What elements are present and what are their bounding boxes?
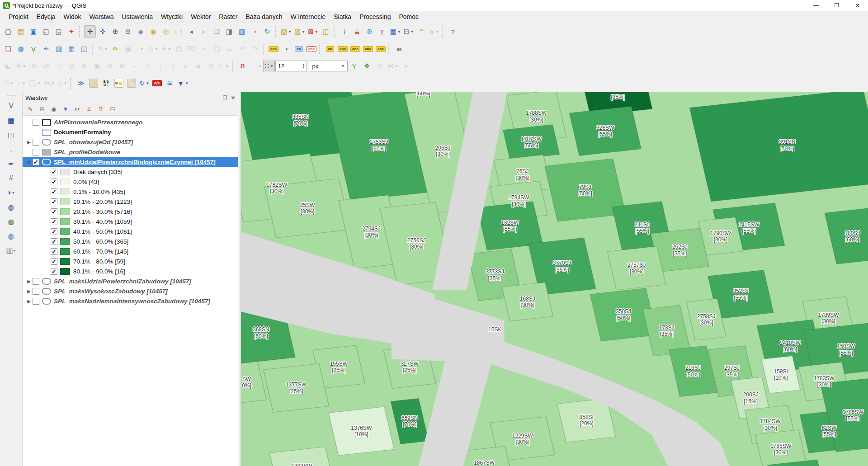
select-by-location-icon[interactable]: ◫ <box>320 25 332 38</box>
add-wfs-layer-icon[interactable]: ◍ <box>5 230 18 242</box>
visibility-checkbox[interactable]: ✓ <box>51 208 57 215</box>
visibility-checkbox[interactable]: ✓ <box>51 228 57 235</box>
expander-icon[interactable]: ▶ <box>25 279 33 284</box>
vector-plugin-shield-icon[interactable]: ▼▼ <box>176 77 189 89</box>
expand-all-icon[interactable]: ⇊ <box>84 104 94 114</box>
add-mesh-layer-icon[interactable]: ◫ <box>78 42 90 55</box>
layer-item-spl-maksnadziemnaintensywnosczabudowy-10457[interactable]: ▶SPL_maksNadziemnaIntensywnoscZabudowy [… <box>23 296 238 306</box>
select-features-icon[interactable]: ▧▼ <box>280 25 292 38</box>
visibility-checkbox[interactable] <box>33 288 39 295</box>
processing-toolbox-icon[interactable]: ⚙ <box>364 25 376 38</box>
visibility-checkbox[interactable] <box>33 119 39 126</box>
add-group-icon[interactable]: ⊞ <box>37 104 47 114</box>
collapse-all-icon[interactable]: ⇈ <box>96 104 106 114</box>
refresh-map-icon[interactable]: ↻ <box>261 25 273 38</box>
visibility-checkbox[interactable]: ✓ <box>51 188 57 195</box>
menu-widok[interactable]: Widok <box>60 12 85 22</box>
toggle-editing-icon[interactable]: ✏ <box>110 42 122 55</box>
legend-item-0-0-43[interactable]: ✓0.0% [43] <box>23 177 238 187</box>
new-3d-map-view-icon[interactable]: ◨ <box>223 25 235 38</box>
visibility-checkbox[interactable]: ✓ <box>51 258 57 265</box>
show-bookmarks-icon[interactable]: ▥ <box>236 25 248 38</box>
snapping-options-icon[interactable]: ∷▼ <box>263 60 275 72</box>
menu-processing[interactable]: Processing <box>355 12 395 22</box>
legend-item-40-1-50-0-1061[interactable]: ✓40.1% - 50.0% [1061] <box>23 226 238 236</box>
pin-unpin-labels-icon[interactable]: ab <box>293 42 305 55</box>
add-hana-layer-icon[interactable]: ▥▼ <box>5 245 18 256</box>
visibility-checkbox[interactable] <box>33 298 39 305</box>
legend-item-20-1-30-0-5716[interactable]: ✓20.1% - 30.0% [5716] <box>23 207 238 217</box>
save-project-icon[interactable]: ▣ <box>28 25 39 38</box>
expander-icon[interactable]: ▶ <box>25 289 33 294</box>
osm-place-search-icon[interactable]: ∞ <box>393 42 405 55</box>
menu-warstwa[interactable]: Warstwa <box>85 12 118 22</box>
minimize-button[interactable]: — <box>806 0 826 11</box>
visibility-checkbox[interactable]: ✓ <box>51 268 57 275</box>
expander-icon[interactable]: ▶ <box>25 140 33 145</box>
add-raster-layer-icon[interactable]: ▦ <box>5 114 18 126</box>
visibility-checkbox[interactable]: ✓ <box>51 198 57 205</box>
legend-item-50-1-60-0-365[interactable]: ✓50.1% - 60.0% [365] <box>23 236 238 246</box>
change-label-icon[interactable]: abc <box>375 42 387 55</box>
show-layout-manager-icon[interactable]: ◲ <box>53 25 65 38</box>
show-sum-statistics-icon[interactable]: Σ <box>377 25 388 38</box>
snapping-units-combo[interactable]: px▼ <box>309 61 348 71</box>
filter-legend-icon[interactable]: ▼ <box>61 104 71 114</box>
menu-wektor[interactable]: Wektor <box>187 12 215 22</box>
enable-snapping-icon[interactable]: ∪ <box>237 60 249 72</box>
menu-pomoc[interactable]: Pomoc <box>395 12 423 22</box>
add-raster-layer-icon[interactable]: ▦ <box>66 42 77 55</box>
menu-baza-danych[interactable]: Baza danych <box>241 12 286 22</box>
pin-labels-icon[interactable]: ab <box>324 42 336 55</box>
visibility-checkbox[interactable] <box>33 139 39 146</box>
move-label-icon[interactable]: abc <box>349 42 361 55</box>
expander-icon[interactable]: ▼ <box>25 160 33 165</box>
new-project-icon[interactable]: ▢ <box>2 25 14 38</box>
statistical-summary-icon[interactable]: ≣ <box>351 25 363 38</box>
layer-item-spl-makswysokosczabudowy-10457[interactable]: ▶SPL_maksWysokoscZabudowy [10457] <box>23 286 238 296</box>
add-spatialite-layer-icon[interactable]: ✒ <box>5 158 18 169</box>
visibility-checkbox[interactable]: ✓ <box>51 179 57 185</box>
menu-ustawienia[interactable]: Ustawienia <box>118 12 156 22</box>
add-delimited-text-layer-icon[interactable]: , <box>5 143 18 155</box>
zoom-out-icon[interactable]: ⊖ <box>122 25 134 38</box>
plugin-uldk-icon[interactable] <box>88 77 99 89</box>
menu-raster[interactable]: Raster <box>215 12 241 22</box>
filter-by-expression-icon[interactable]: ε▼ <box>72 104 82 114</box>
menu-siatka[interactable]: Siatka <box>330 12 355 22</box>
add-virtual-layer-icon[interactable]: # <box>5 172 18 184</box>
visibility-checkbox[interactable]: ✓ <box>51 218 57 225</box>
visibility-checkbox[interactable]: ✓ <box>51 169 57 175</box>
panel-close-button[interactable]: ✕ <box>231 95 235 101</box>
plugin-archival-maps-icon[interactable] <box>126 77 137 89</box>
legend-item-0-1-10-0-435[interactable]: ✓0.1% - 10.0% [435] <box>23 187 238 197</box>
legend-item-10-1-20-0-1223[interactable]: ✓10.1% - 20.0% [1223] <box>23 197 238 207</box>
layer-diagrams-icon[interactable]: ◔ <box>280 42 292 55</box>
measure-line-icon[interactable]: ⊟▼ <box>403 25 415 38</box>
rotate-label-icon[interactable]: abc <box>362 42 374 55</box>
layer-item-spl-obowiazujeod-10457[interactable]: ▶SPL_obowiazujeOd [10457] <box>23 137 238 147</box>
zoom-last-icon[interactable]: ◂ <box>185 25 197 38</box>
new-map-view-icon[interactable]: ❏ <box>211 25 222 38</box>
zoom-in-icon[interactable]: ⊕ <box>109 25 121 38</box>
menu-wtyczki[interactable]: Wtyczki <box>157 12 187 22</box>
add-postgis-layer-icon[interactable]: ◗▼ <box>5 187 18 198</box>
menu-w-internecie[interactable]: W internecie <box>286 12 330 22</box>
panel-float-button[interactable]: ❐ <box>223 95 227 101</box>
manage-map-themes-icon[interactable]: ◉ <box>49 104 59 114</box>
plugin-reload-icon[interactable]: ↻▼ <box>138 77 151 89</box>
zoom-to-layer-icon[interactable]: ◎ <box>160 25 172 38</box>
open-layer-styling-icon[interactable]: ✎ <box>25 104 35 114</box>
deselect-features-icon[interactable]: ⊠▼ <box>307 25 319 38</box>
new-print-layout-icon[interactable]: ◱ <box>40 25 52 38</box>
add-ogc-layer-icon[interactable]: ◍ <box>15 42 27 55</box>
add-wcs-layer-icon[interactable]: ◍ <box>5 216 18 227</box>
quickmapservices-icon[interactable]: ≋ <box>164 77 175 89</box>
add-vector-layer-icon[interactable]: V <box>28 42 39 55</box>
menu-edycja[interactable]: Edycja <box>33 12 60 22</box>
zoom-to-selection-icon[interactable]: ◉ <box>147 25 159 38</box>
legend-item-brak-danych-335[interactable]: ✓Brak danych [335] <box>23 167 238 177</box>
temporal-controller-icon[interactable]: ◔ <box>249 25 260 38</box>
snapping-on-intersection-icon[interactable]: ❖ <box>361 60 373 72</box>
visibility-checkbox[interactable] <box>33 278 39 285</box>
